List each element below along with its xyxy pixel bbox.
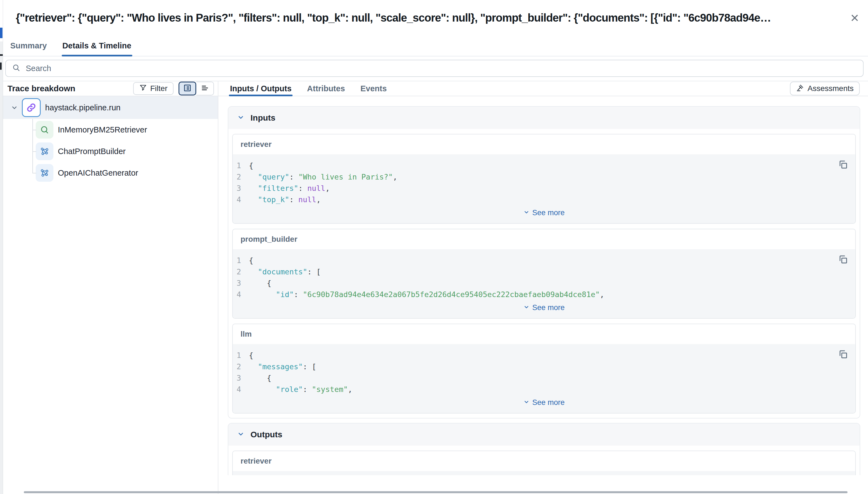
card-retriever: retriever1{2 "query": "Who lives in Pari… bbox=[232, 134, 856, 224]
line-number: 3 bbox=[233, 278, 249, 289]
underlying-page-sliver bbox=[0, 0, 3, 494]
code-line: 3 "filters": null, bbox=[233, 183, 855, 194]
list-details-icon bbox=[183, 83, 192, 94]
tree-item-haystack-pipeline-run[interactable]: haystack.pipeline.run bbox=[3, 96, 218, 119]
view-toggle-group bbox=[179, 81, 214, 95]
search-box bbox=[5, 60, 864, 77]
see-more-label: See more bbox=[532, 209, 565, 217]
code-line: 3 { bbox=[233, 278, 855, 289]
detail-scroll-area[interactable]: Inputsretriever1{2 "query": "Who lives i… bbox=[218, 96, 868, 475]
card-label: retriever bbox=[233, 451, 855, 471]
tree-connector bbox=[32, 151, 36, 152]
see-more-link[interactable]: See more bbox=[233, 300, 855, 316]
content-split: Trace breakdown Filter bbox=[3, 81, 868, 494]
copy-icon[interactable] bbox=[837, 254, 849, 265]
waterfall-view-button[interactable] bbox=[196, 81, 214, 95]
line-number: 1 bbox=[233, 160, 249, 171]
search-icon bbox=[12, 63, 21, 73]
line-number: 4 bbox=[233, 384, 249, 395]
json-code-block: 1{ bbox=[233, 471, 855, 475]
code-line: 4 "role": "system", bbox=[233, 384, 855, 395]
section-body: retriever1{ bbox=[228, 445, 860, 475]
assessments-button-label: Assessments bbox=[808, 84, 854, 93]
json-code-block: 1{2 "query": "Who lives in Paris?",3 "fi… bbox=[233, 154, 855, 223]
line-number: 2 bbox=[233, 171, 249, 183]
chevron-down-icon bbox=[523, 303, 530, 312]
copy-icon[interactable] bbox=[837, 349, 849, 360]
json-code-block: 1{2 "documents": [3 {4 "id": "6c90b78ad9… bbox=[233, 249, 855, 318]
tree-connector bbox=[32, 130, 36, 130]
line-number: 2 bbox=[233, 266, 249, 278]
tree-item-label: ChatPromptBuilder bbox=[58, 147, 126, 156]
main-tab-bar: Summary Details & Timeline bbox=[3, 35, 868, 56]
section-title: Outputs bbox=[251, 430, 282, 439]
trace-drawer: {"retriever": {"query": "Who lives in Pa… bbox=[3, 0, 868, 494]
filter-button[interactable]: Filter bbox=[133, 82, 173, 95]
section-outputs: Outputsretriever1{ bbox=[228, 423, 860, 475]
see-more-label: See more bbox=[532, 398, 565, 407]
trace-panel-title: Trace breakdown bbox=[7, 84, 133, 93]
waterfall-icon bbox=[200, 83, 209, 94]
line-number: 4 bbox=[233, 289, 249, 300]
tree-connector bbox=[32, 173, 36, 173]
tab-events[interactable]: Events bbox=[361, 81, 387, 96]
code-line: 1{ bbox=[233, 349, 855, 361]
tab-attributes[interactable]: Attributes bbox=[307, 81, 345, 96]
card-prompt_builder: prompt_builder1{2 "documents": [3 {4 "id… bbox=[232, 229, 856, 319]
see-more-link[interactable]: See more bbox=[233, 205, 855, 221]
tree-item-label: OpenAIChatGenerator bbox=[58, 168, 138, 177]
section-inputs: Inputsretriever1{2 "query": "Who lives i… bbox=[228, 106, 860, 418]
section-body: retriever1{2 "query": "Who lives in Pari… bbox=[228, 129, 860, 418]
drawer-titlebar: {"retriever": {"query": "Who lives in Pa… bbox=[3, 0, 868, 35]
underlying-page-bg bbox=[0, 41, 3, 494]
code-line: 1{ bbox=[233, 255, 855, 266]
see-more-label: See more bbox=[532, 303, 565, 312]
card-label: llm bbox=[233, 324, 855, 344]
trace-breakdown-panel: Trace breakdown Filter bbox=[3, 81, 218, 494]
close-icon[interactable]: × bbox=[847, 10, 863, 25]
search-input[interactable] bbox=[26, 64, 863, 73]
card-llm: llm1{2 "messages": [3 {4 "role": "system… bbox=[232, 324, 856, 414]
line-number: 1 bbox=[233, 349, 249, 361]
assessments-button[interactable]: Assessments bbox=[790, 81, 860, 95]
section-header-outputs[interactable]: Outputs bbox=[228, 423, 860, 445]
chevron-down-icon bbox=[237, 114, 244, 122]
tree-item-label: InMemoryBM25Retriever bbox=[58, 125, 147, 134]
horizontal-scrollbar-thumb[interactable] bbox=[24, 491, 848, 493]
trace-tree: haystack.pipeline.runInMemoryBM25Retriev… bbox=[3, 96, 218, 494]
see-more-link[interactable]: See more bbox=[233, 395, 855, 411]
code-line: 4 "top_k": null, bbox=[233, 194, 855, 205]
chevron-down-icon bbox=[523, 398, 530, 407]
tree-item-label: haystack.pipeline.run bbox=[45, 103, 121, 112]
section-header-inputs[interactable]: Inputs bbox=[228, 107, 860, 129]
card-retriever: retriever1{ bbox=[232, 451, 856, 475]
chevron-down-icon bbox=[523, 209, 530, 217]
graph-icon bbox=[36, 142, 53, 160]
code-line: 2 "messages": [ bbox=[233, 361, 855, 372]
gavel-icon bbox=[796, 83, 804, 94]
filter-button-label: Filter bbox=[150, 84, 167, 93]
underlying-text-fragment bbox=[0, 54, 3, 56]
code-line: 3 { bbox=[233, 372, 855, 384]
code-line: 2 "query": "Who lives in Paris?", bbox=[233, 171, 855, 183]
copy-icon[interactable] bbox=[837, 159, 849, 170]
card-label: prompt_builder bbox=[233, 229, 855, 249]
code-line: 1{ bbox=[233, 160, 855, 171]
line-number: 3 bbox=[233, 372, 249, 384]
detail-tab-bar: Inputs / Outputs Attributes Events Asses… bbox=[218, 81, 868, 96]
chevron-down-icon[interactable] bbox=[10, 104, 19, 111]
drawer-title: {"retriever": {"query": "Who lives in Pa… bbox=[16, 12, 845, 24]
graph-icon bbox=[36, 164, 53, 182]
code-line: 4 "id": "6c90b78ad94e4e634e2a067b5fe2d26… bbox=[233, 289, 855, 300]
trace-panel-header: Trace breakdown Filter bbox=[3, 81, 218, 96]
json-code-block: 1{2 "messages": [3 {4 "role": "system",S… bbox=[233, 344, 855, 413]
card-label: retriever bbox=[233, 134, 855, 154]
line-number: 3 bbox=[233, 183, 249, 194]
tab-summary[interactable]: Summary bbox=[10, 35, 47, 56]
tab-inputs-outputs[interactable]: Inputs / Outputs bbox=[230, 81, 292, 96]
tab-details-timeline[interactable]: Details & Timeline bbox=[62, 35, 131, 56]
retriever-search-icon bbox=[36, 121, 53, 138]
search-row bbox=[3, 56, 868, 81]
underlying-link-fragment bbox=[0, 28, 2, 38]
list-details-view-button[interactable] bbox=[179, 81, 196, 95]
